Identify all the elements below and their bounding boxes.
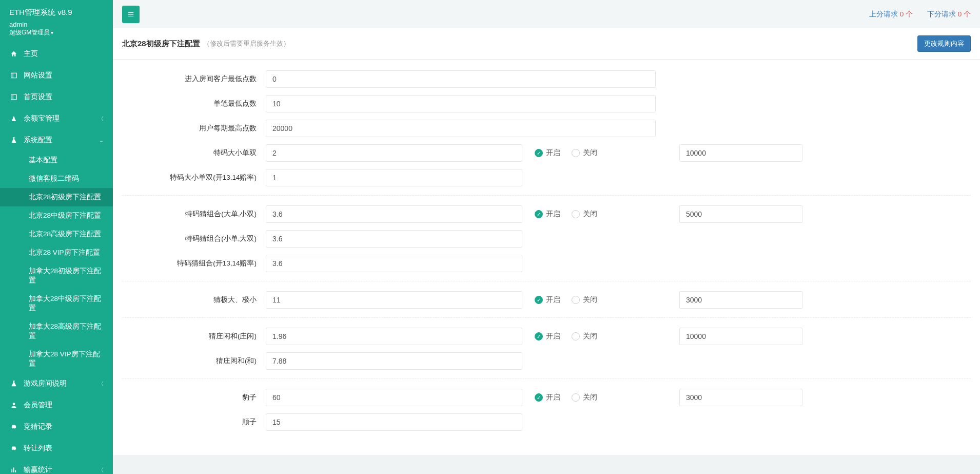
radio-empty-icon xyxy=(572,296,580,304)
tema-combo1-off[interactable]: 关闭 xyxy=(572,210,597,219)
off-label: 关闭 xyxy=(583,393,597,402)
tema-dxds-toggle: ✓开启 关闭 xyxy=(535,148,597,158)
tema-combo2-label: 特码猜组合(小单,大双) xyxy=(122,234,266,243)
zxh-zx-off[interactable]: 关闭 xyxy=(572,332,597,341)
check-icon: ✓ xyxy=(535,332,543,340)
user-name: admin xyxy=(9,21,104,28)
zxh-zx-input[interactable] xyxy=(266,328,522,345)
svg-rect-0 xyxy=(11,73,17,78)
main-area: 上分请求 0 个 下分请求 0 个 北京28初级房下注配置 （修改后需要重启服务… xyxy=(113,0,980,474)
zxh-zx-on[interactable]: ✓开启 xyxy=(535,332,560,341)
radio-empty-icon xyxy=(572,332,580,340)
nav-home-label: 主页 xyxy=(24,49,38,59)
jidx-off[interactable]: 关闭 xyxy=(572,295,597,305)
sub-wechat[interactable]: 微信客服二维码 xyxy=(0,169,113,188)
nav-site-label: 网站设置 xyxy=(24,71,52,80)
nav-system-config[interactable]: 系统配置 ⌄ xyxy=(0,129,113,151)
sub-basic-label: 基本配置 xyxy=(29,156,57,164)
nav-member[interactable]: 会员管理 xyxy=(0,394,113,416)
jidx-on[interactable]: ✓开启 xyxy=(535,295,560,305)
nav-home[interactable]: 主页 xyxy=(0,43,113,65)
nav-room-desc[interactable]: 游戏房间说明 〈 xyxy=(0,373,113,394)
enter-min-input[interactable] xyxy=(266,70,656,88)
nav-yuebao-label: 余额宝管理 xyxy=(24,114,60,123)
sub-bj-l2[interactable]: 北京28中级房下注配置 xyxy=(0,206,113,225)
chevron-down-icon: ⌄ xyxy=(99,137,104,144)
radio-empty-icon xyxy=(572,393,580,402)
home-icon xyxy=(9,50,18,58)
sub-bj-l1[interactable]: 北京28初级房下注配置 xyxy=(0,188,113,206)
page-note: （修改后需要重启服务生效） xyxy=(203,39,290,48)
shunzi-input[interactable] xyxy=(266,413,522,431)
period-max-input[interactable] xyxy=(266,120,656,137)
check-icon: ✓ xyxy=(535,296,543,304)
zxh-zx-extra-input[interactable] xyxy=(679,328,802,345)
sidebar: ETH管理系统 v8.9 admin 超级GM管理员▾ 主页 网站设置 xyxy=(0,0,113,474)
save-rules-button[interactable]: 更改规则内容 xyxy=(917,35,971,52)
content-scroll[interactable]: 北京28初级房下注配置 （修改后需要重启服务生效） 更改规则内容 进入房间客户最… xyxy=(113,28,980,474)
up-request-link[interactable]: 上分请求 0 个 xyxy=(869,10,913,19)
tema-dxds-1314-input[interactable] xyxy=(266,169,522,186)
shunzi-label: 顺子 xyxy=(122,418,266,427)
separator xyxy=(122,317,971,318)
sub-ca-l2[interactable]: 加拿大28中级房下注配置 xyxy=(0,290,113,317)
sub-bj-l3[interactable]: 北京28高级房下注配置 xyxy=(0,225,113,243)
tema-combo1314-input[interactable] xyxy=(266,255,522,272)
baozi-input[interactable] xyxy=(266,389,522,406)
baozi-on[interactable]: ✓开启 xyxy=(535,393,560,402)
svg-rect-5 xyxy=(11,469,12,472)
nav-homepage-settings[interactable]: 首页设置 xyxy=(0,86,113,108)
radio-empty-icon xyxy=(572,149,580,157)
jidx-input[interactable] xyxy=(266,291,522,309)
car-icon xyxy=(9,423,18,430)
sub-basic[interactable]: 基本配置 xyxy=(0,151,113,169)
sub-bj-vip[interactable]: 北京28 VIP房下注配置 xyxy=(0,243,113,262)
brand-title: ETH管理系统 v8.9 xyxy=(0,0,113,18)
tema-dxds-on[interactable]: ✓开启 xyxy=(535,148,560,158)
jidx-label: 猜极大、极小 xyxy=(122,295,266,305)
baozi-extra-input[interactable] xyxy=(679,389,802,406)
nav-transfer[interactable]: 转让列表 xyxy=(0,438,113,459)
down-request-link[interactable]: 下分请求 0 个 xyxy=(927,10,971,19)
nav-bet-label: 竞猜记录 xyxy=(24,422,52,431)
tema-combo1-toggle: ✓开启 关闭 xyxy=(535,210,597,219)
tema-combo1-extra-input[interactable] xyxy=(679,205,802,223)
tema-combo1-on[interactable]: ✓开启 xyxy=(535,210,560,219)
down-request-count: 0 xyxy=(958,10,962,18)
check-icon: ✓ xyxy=(535,210,543,218)
on-label: 开启 xyxy=(546,148,560,158)
jidx-extra-input[interactable] xyxy=(679,291,802,309)
nav-yuebao[interactable]: ♟ 余额宝管理 〈 xyxy=(0,108,113,129)
tema-combo2-input[interactable] xyxy=(266,230,522,248)
off-label: 关闭 xyxy=(583,210,597,219)
down-request-label: 下分请求 xyxy=(927,10,956,18)
svg-rect-7 xyxy=(15,470,16,472)
zxh-zx-toggle: ✓开启 关闭 xyxy=(535,332,597,341)
zxh-h-input[interactable] xyxy=(266,352,522,370)
tema-dxds-input[interactable] xyxy=(266,144,522,162)
nav-winloss[interactable]: 输赢统计 〈 xyxy=(0,459,113,474)
tema-dxds-extra-input[interactable] xyxy=(679,144,802,162)
sub-ca-vip[interactable]: 加拿大28 VIP房下注配置 xyxy=(0,345,113,373)
enter-min-label: 进入房间客户最低点数 xyxy=(122,74,266,84)
nav-winloss-label: 输赢统计 xyxy=(24,465,52,474)
flask-icon xyxy=(9,137,18,144)
up-request-suffix: 个 xyxy=(906,10,913,18)
user-role-dropdown[interactable]: 超级GM管理员▾ xyxy=(9,29,53,36)
sys-sub: 基本配置 微信客服二维码 北京28初级房下注配置 北京28中级房下注配置 北京2… xyxy=(0,151,113,373)
tema-dxds-off[interactable]: 关闭 xyxy=(572,148,597,158)
tema-combo1-input[interactable] xyxy=(266,205,522,223)
baozi-off[interactable]: 关闭 xyxy=(572,393,597,402)
tema-dxds-1314-label: 特码大小单双(开13.14赔率) xyxy=(122,173,266,182)
sub-ca-l1[interactable]: 加拿大28初级房下注配置 xyxy=(0,262,113,290)
radio-empty-icon xyxy=(572,210,580,218)
nav-site-settings[interactable]: 网站设置 xyxy=(0,65,113,86)
sub-ca-l3[interactable]: 加拿大28高级房下注配置 xyxy=(0,317,113,345)
nav-bet[interactable]: 竞猜记录 xyxy=(0,416,113,438)
nav-syscfg-label: 系统配置 xyxy=(24,136,52,145)
toggle-sidebar-button[interactable] xyxy=(122,6,140,23)
sidebar-nav: 主页 网站设置 首页设置 ♟ 余额宝管理 〈 xyxy=(0,43,113,474)
single-min-input[interactable] xyxy=(266,95,656,112)
sub-ca-vip-label: 加拿大28 VIP房下注配置 xyxy=(29,350,100,367)
page-title: 北京28初级房下注配置 xyxy=(122,39,200,49)
